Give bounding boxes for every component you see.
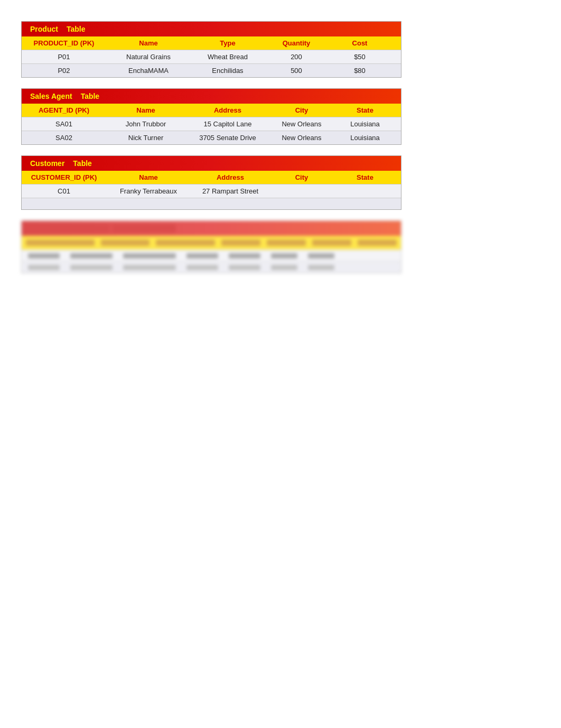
sales-table-header: Sales Agent Table xyxy=(22,89,401,104)
customer-id-1: C01 xyxy=(22,186,106,196)
agent-address-2: 3705 Senate Drive xyxy=(185,133,270,143)
sales-col-city: City xyxy=(270,105,333,115)
agent-address-1: 15 Capitol Lane xyxy=(185,119,270,129)
product-table: Product Table PRODUCT_ID (PK) Name Type … xyxy=(21,21,401,78)
table-row-empty xyxy=(22,198,401,209)
product-table-header: Product Table xyxy=(22,22,401,36)
customer-col-id: CUSTOMER_ID (PK) xyxy=(22,172,106,182)
product-type-1: Wheat Bread xyxy=(191,52,265,62)
customer-table-title: Customer xyxy=(26,158,69,169)
product-type-2: Enchilidas xyxy=(191,66,265,76)
product-col-headers: PRODUCT_ID (PK) Name Type Quantity Cost xyxy=(22,36,401,50)
product-col-cost: Cost xyxy=(328,38,391,48)
product-col-quantity: Quantity xyxy=(265,38,328,48)
product-col-id: PRODUCT_ID (PK) xyxy=(22,38,106,48)
customer-col-headers: CUSTOMER_ID (PK) Name Address City State xyxy=(22,171,401,184)
customer-table-header: Customer Table xyxy=(22,156,401,171)
sales-agent-table: Sales Agent Table AGENT_ID (PK) Name Add… xyxy=(21,88,401,145)
customer-city-1 xyxy=(270,186,333,196)
blurred-table xyxy=(21,220,401,273)
customer-col-address: Address xyxy=(191,172,270,182)
product-col-name: Name xyxy=(106,38,191,48)
product-id-1: P01 xyxy=(22,52,106,62)
product-table-label: Table xyxy=(62,24,90,34)
sales-col-headers: AGENT_ID (PK) Name Address City State xyxy=(22,104,401,117)
table-row: C01 Franky Terrabeaux 27 Rampart Street xyxy=(22,184,401,198)
customer-name-1: Franky Terrabeaux xyxy=(106,186,191,196)
product-col-type: Type xyxy=(191,38,265,48)
agent-state-2: Louisiana xyxy=(333,133,397,143)
agent-id-2: SA02 xyxy=(22,133,106,143)
sales-table-label: Table xyxy=(77,91,104,102)
product-name-1: Natural Grains xyxy=(106,52,191,62)
sales-table-title: Sales Agent xyxy=(26,91,77,102)
customer-address-1: 27 Rampart Street xyxy=(191,186,270,196)
customer-table-label: Table xyxy=(69,158,96,169)
agent-id-1: SA01 xyxy=(22,119,106,129)
agent-name-1: John Trubbor xyxy=(106,119,185,129)
product-table-title: Product xyxy=(26,24,62,34)
sales-col-id: AGENT_ID (PK) xyxy=(22,105,106,115)
customer-table: Customer Table CUSTOMER_ID (PK) Name Add… xyxy=(21,155,401,210)
customer-col-state: State xyxy=(333,172,397,182)
agent-city-2: New Orleans xyxy=(270,133,333,143)
table-row: SA01 John Trubbor 15 Capitol Lane New Or… xyxy=(22,117,401,131)
product-id-2: P02 xyxy=(22,66,106,76)
blurred-row-1 xyxy=(22,250,401,261)
customer-col-name: Name xyxy=(106,172,191,182)
product-quantity-1: 200 xyxy=(265,52,328,62)
sales-col-state: State xyxy=(333,105,397,115)
blurred-table-header xyxy=(22,221,401,236)
customer-state-1 xyxy=(333,186,397,196)
table-row: SA02 Nick Turner 3705 Senate Drive New O… xyxy=(22,131,401,144)
product-cost-1: $50 xyxy=(328,52,391,62)
product-cost-2: $80 xyxy=(328,66,391,76)
sales-col-address: Address xyxy=(185,105,270,115)
customer-col-city: City xyxy=(270,172,333,182)
product-quantity-2: 500 xyxy=(265,66,328,76)
agent-state-1: Louisiana xyxy=(333,119,397,129)
agent-city-1: New Orleans xyxy=(270,119,333,129)
blurred-row-2 xyxy=(22,261,401,273)
agent-name-2: Nick Turner xyxy=(106,133,185,143)
table-row: P02 EnchaMAMA Enchilidas 500 $80 xyxy=(22,63,401,77)
sales-col-name: Name xyxy=(106,105,185,115)
product-name-2: EnchaMAMA xyxy=(106,66,191,76)
table-row: P01 Natural Grains Wheat Bread 200 $50 xyxy=(22,50,401,63)
blurred-col-header-row xyxy=(22,236,401,250)
